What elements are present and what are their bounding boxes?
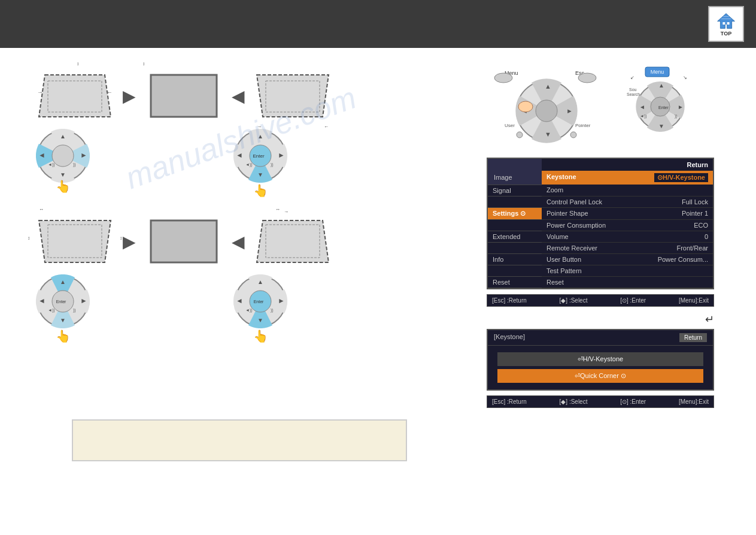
remote-2: Menu Enter ▲ ▼ ◄ ► Sou [624,66,696,146]
remote-svg-1: Menu Esc ▲ ▼ ◄ ► [487,66,606,144]
remote-diagrams: Menu Esc ▲ ▼ ◄ ► [487,66,726,146]
menu-left-reset: Reset [488,276,542,288]
svg-text:◄)): ◄)) [245,308,253,313]
menu-item-keystone[interactable]: Image Keystone ⊙H/V-Keystone [488,171,713,185]
arrow-left-2: ◀ [232,232,245,252]
status-bar-text-3: [⊙] :Enter [620,297,646,304]
menu-item-user-button[interactable]: Info User Button Power Consum... [488,253,713,265]
svg-text:▼: ▼ [658,123,664,129]
svg-text:)): )) [271,308,274,313]
menu-header-left [488,159,542,171]
trapezoid-svg-4 [254,217,332,265]
dim-side-left: ↕ [28,235,30,241]
svg-text:Sou: Sou [629,87,637,92]
svg-text:►: ► [678,104,684,110]
menu-keystone-row: Keystone ⊙H/V-Keystone [542,171,713,185]
wheel-right-2: ◄ ► ▲ ▼ Enter ◄)) )) 👆 [233,274,287,330]
svg-text:↙: ↙ [630,75,634,80]
shape-row-2: ↕ ↕ ▶ ◀ → [36,217,407,265]
spacer-rows [36,197,407,217]
svg-text:Search: Search [627,92,640,96]
svg-marker-30 [257,220,329,262]
dim-arrow-top-3: ↔ [39,207,44,212]
wheel-svg-2: ◄ ► ▲ ▼ Enter ◄)) )) [233,129,287,183]
keystone-return-btn[interactable]: Return [679,333,707,342]
remote-receiver-label: Remote Receiver [546,244,597,252]
menu-pointer-shape: Pointer Shape Pointer 1 [542,207,713,219]
main-content: ↕ ↕ → ← ▶ [0,48,756,535]
keystone-items: ⏎H/V-Keystone ⏎Quick Corner ⊙ [488,346,713,389]
svg-text:◄: ◄ [38,297,45,305]
keystone-status-1: [Esc] :Return [492,398,527,405]
status-bar-text-2: [◆] :Select [560,297,588,304]
keystone-header: [Keystone] Return [488,330,713,346]
keystone-item-hv[interactable]: ⏎H/V-Keystone [497,352,703,366]
svg-point-58 [518,101,533,112]
menu-item-pointer-shape[interactable]: Settings ⊙ Pointer Shape Pointer 1 [488,207,713,219]
note-box [72,419,407,461]
menu-item-control-panel[interactable]: Control Panel Lock Full Lock [488,196,713,207]
svg-text:Enter: Enter [56,300,66,304]
finger-icon-1: 👆 [56,179,71,194]
svg-text:Enter: Enter [254,300,264,304]
svg-point-59 [494,73,512,83]
svg-point-64 [570,132,576,138]
wheel-left-1: ◄ ► ▲ ▼ ◄)) )) 👆 [36,129,90,185]
svg-point-60 [578,73,596,83]
user-button-label: User Button [546,256,581,263]
menu-control-panel: Control Panel Lock Full Lock [542,196,713,207]
wheel-right-1: ◄ ► ▲ ▼ Enter ◄)) )) 👆 [233,129,287,185]
power-consumption-value: ECO [694,222,708,229]
volume-value: 0 [705,233,708,240]
svg-text:▼: ▼ [257,171,263,178]
dim-arrow-top-1: ↕ [77,61,79,67]
svg-rect-2 [727,22,730,25]
menu-left-info: Info [488,253,542,265]
remote-1: Menu Esc ▲ ▼ ◄ ► [487,66,606,146]
menu-item-test-pattern[interactable]: Test Pattern [488,265,713,276]
svg-text:)): )) [73,162,76,167]
svg-text:▲: ▲ [545,83,551,90]
keystone-panel: [Keystone] Return ⏎H/V-Keystone ⏎Quick C… [487,329,714,391]
finger-icon-3: 👆 [56,329,71,343]
menu-header-return: Return [542,159,713,171]
volume-label: Volume [546,233,569,240]
svg-text:↘: ↘ [683,75,687,80]
svg-rect-7 [151,75,217,117]
menu-left-signal: Signal [488,185,542,196]
keystone-status-4: [Menu]:Exit [679,398,709,405]
pointer-shape-value: Pointer 1 [682,210,708,217]
svg-text:◄: ◄ [236,151,243,159]
menu-reset: Reset [542,276,713,288]
menu-item-reset[interactable]: Reset Reset [488,276,713,288]
rect-center-2 [145,217,223,265]
menu-left-empty-4 [488,265,542,276]
svg-rect-1 [722,22,725,25]
svg-text:)): )) [73,308,76,313]
dim-top-right: → [284,209,289,214]
svg-text:▼: ▼ [60,171,66,178]
pointer-shape-label: Pointer Shape [546,210,588,217]
arrow-left-1: ◀ [232,86,245,106]
menu-left-empty-1 [488,196,542,207]
menu-item-zoom[interactable]: Signal Zoom [488,185,713,196]
menu-zoom: Zoom [542,185,713,196]
wheel-svg-1: ◄ ► ▲ ▼ ◄)) )) [36,129,90,183]
svg-text:►: ► [278,297,285,305]
keystone-item-quick-corner[interactable]: ⏎Quick Corner ⊙ [497,369,703,383]
menu-left-empty-3 [488,242,542,253]
svg-point-53 [536,100,557,122]
menu-item-volume[interactable]: Extended Volume 0 [488,231,713,242]
wheel-row-1: ◄ ► ▲ ▼ ◄)) )) 👆 [36,129,407,185]
dim-arrow-top-4: ↔ [275,207,280,212]
status-bar-text-1: [Esc] :Return [492,297,527,304]
menu-item-remote-receiver[interactable]: Remote Receiver Front/Rear [488,242,713,253]
top-icon[interactable]: TOP [708,6,744,42]
svg-text:▲: ▲ [257,133,263,140]
svg-text:▼: ▼ [545,131,551,138]
control-panel-value: Full Lock [682,198,708,205]
svg-text:▲: ▲ [658,82,664,89]
menu-item-power-consumption[interactable]: Power Consumption ECO [488,219,713,231]
home-icon [716,11,736,31]
svg-point-11 [52,145,74,167]
